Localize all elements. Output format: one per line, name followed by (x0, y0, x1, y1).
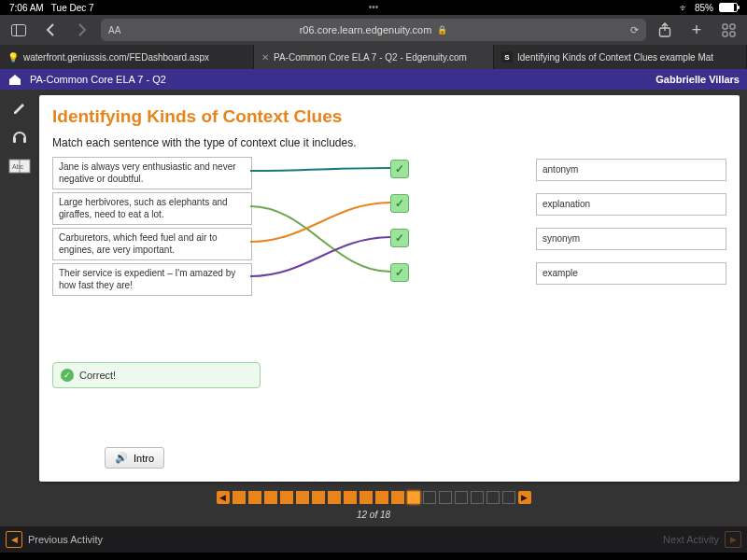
page-title: Identifying Kinds of Context Clues (52, 106, 726, 127)
next-label: Next Activity (663, 534, 719, 545)
match-target[interactable]: synonym (536, 228, 726, 250)
tabs-overview-icon[interactable] (715, 19, 741, 41)
svg-rect-4 (730, 24, 735, 29)
close-tab-icon[interactable]: ✕ (261, 52, 269, 63)
pager-step[interactable] (233, 491, 246, 504)
svg-rect-0 (12, 24, 26, 35)
check-icon: ✓ (390, 194, 409, 213)
sidebar-toggle-icon[interactable] (6, 19, 32, 41)
previous-activity-button[interactable]: ◀ Previous Activity (6, 531, 103, 548)
safari-toolbar: AA r06.core.learn.edgenuity.com 🔒 ⟳ + (0, 15, 747, 45)
tab-context-clues[interactable]: S Identifying Kinds of Context Clues exa… (494, 45, 747, 69)
dictionary-icon[interactable]: Abc (7, 155, 33, 177)
text-size-button[interactable]: AA (108, 25, 120, 35)
correct-icon: ✓ (61, 369, 74, 382)
svg-rect-3 (723, 24, 727, 29)
pager-step[interactable] (391, 491, 404, 504)
pager-step[interactable] (502, 491, 515, 504)
pager-step[interactable] (423, 491, 436, 504)
match-target[interactable]: explanation (536, 193, 726, 216)
match-target[interactable]: antonym (536, 159, 726, 181)
tab-label: Identifying Kinds of Context Clues examp… (517, 52, 713, 63)
lightbulb-icon: 💡 (7, 52, 19, 63)
match-source[interactable]: Large herbivores, such as elephants and … (52, 192, 252, 225)
next-activity-button[interactable]: Next Activity ▶ (663, 531, 741, 548)
pencil-icon[interactable] (7, 95, 33, 118)
address-bar[interactable]: AA r06.core.learn.edgenuity.com 🔒 ⟳ (101, 19, 646, 41)
match-source[interactable]: Carburetors, which feed fuel and air to … (52, 228, 252, 260)
match-source[interactable]: Jane is always very enthusiastic and nev… (52, 157, 252, 189)
pager-step[interactable] (264, 491, 277, 504)
reload-icon[interactable]: ⟳ (630, 24, 639, 36)
lesson-pager: ◀ ▶ (0, 487, 747, 508)
pager-prev-icon[interactable]: ◀ (217, 491, 230, 504)
intro-button[interactable]: 🔊 Intro (105, 447, 164, 469)
pager-step[interactable] (296, 491, 309, 504)
pager-step[interactable] (439, 491, 452, 504)
address-host: r06.core.learn.edgenuity.com (300, 24, 432, 35)
back-button[interactable] (37, 19, 63, 41)
pager-next-icon[interactable]: ▶ (518, 491, 531, 504)
match-source[interactable]: Their service is expedient – I'm amazed … (52, 263, 252, 296)
pager-step[interactable] (486, 491, 500, 504)
pager-step[interactable] (328, 491, 341, 504)
tab-label: PA-Common Core ELA 7 - Q2 - Edgenuity.co… (274, 52, 467, 63)
headphones-icon[interactable] (7, 125, 33, 147)
prev-label: Previous Activity (28, 534, 103, 545)
battery-icon (719, 3, 738, 12)
feedback-banner: ✓ Correct! (52, 362, 261, 388)
share-icon[interactable] (652, 19, 678, 41)
course-title[interactable]: PA-Common Core ELA 7 - Q2 (30, 74, 166, 85)
intro-label: Intro (134, 453, 154, 464)
pager-step[interactable] (359, 491, 373, 504)
course-header: PA-Common Core ELA 7 - Q2 Gabbrielle Vil… (0, 69, 747, 90)
speaker-icon: 🔊 (115, 452, 128, 464)
activity-footer: ◀ Previous Activity Next Activity ▶ (0, 526, 747, 553)
chevron-left-icon: ◀ (6, 531, 22, 548)
favicon-icon: S (501, 51, 513, 63)
pager-step[interactable] (248, 491, 261, 504)
user-name[interactable]: Gabbrielle Villars (655, 74, 740, 85)
match-connectors (250, 157, 390, 306)
check-icon: ✓ (390, 263, 409, 282)
check-icon: ✓ (390, 229, 409, 247)
lock-icon: 🔒 (437, 25, 447, 35)
feedback-text: Correct! (79, 370, 116, 381)
page-counter: 12 of 18 (0, 508, 747, 526)
check-icon: ✓ (390, 160, 409, 178)
match-target[interactable]: example (536, 262, 726, 285)
svg-text:Abc: Abc (12, 163, 24, 170)
pager-step[interactable] (280, 491, 293, 504)
home-icon[interactable] (7, 72, 22, 87)
chevron-right-icon: ▶ (725, 531, 741, 548)
svg-rect-7 (13, 137, 16, 143)
multitask-dots[interactable]: ••• (0, 2, 747, 12)
browser-tabs: 💡 waterfront.geniussis.com/FEDashboard.a… (0, 45, 747, 69)
pager-step[interactable] (455, 491, 468, 504)
lesson-content: Identifying Kinds of Context Clues Match… (39, 95, 740, 482)
pager-step[interactable] (471, 491, 484, 504)
instruction-text: Match each sentence with the type of con… (52, 136, 726, 149)
svg-rect-8 (23, 137, 26, 143)
pager-step[interactable] (375, 491, 388, 504)
svg-rect-6 (730, 32, 735, 36)
tab-genius[interactable]: 💡 waterfront.geniussis.com/FEDashboard.a… (0, 45, 254, 69)
tab-label: waterfront.geniussis.com/FEDashboard.asp… (23, 52, 209, 63)
tool-sidebar: Abc (0, 90, 39, 487)
pager-step[interactable] (344, 491, 357, 504)
tab-edgenuity[interactable]: ✕ PA-Common Core ELA 7 - Q2 - Edgenuity.… (254, 45, 494, 69)
matching-area: Jane is always very enthusiastic and nev… (52, 157, 726, 306)
new-tab-icon[interactable]: + (684, 19, 710, 41)
pager-step[interactable] (312, 491, 325, 504)
svg-rect-5 (723, 32, 727, 36)
pager-step[interactable] (407, 491, 420, 504)
forward-button[interactable] (69, 19, 95, 41)
